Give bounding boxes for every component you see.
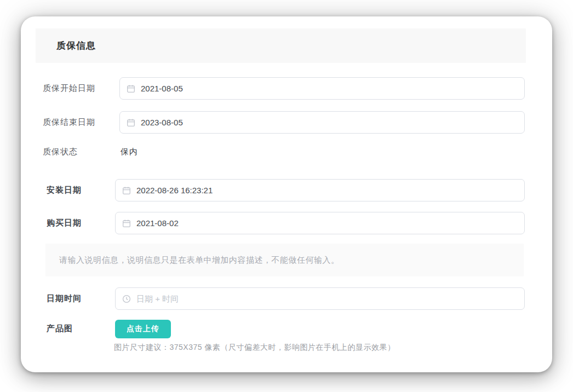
datetime-value[interactable] (136, 294, 518, 303)
section-title: 质保信息 (56, 39, 96, 52)
warranty-start-date-input[interactable] (119, 77, 525, 100)
section-header: 质保信息 (36, 28, 526, 63)
install-date-value[interactable] (136, 186, 518, 195)
upload-button-label: 点击上传 (127, 324, 159, 334)
purchase-date-input[interactable] (115, 212, 525, 234)
warranty-start-date-value[interactable] (141, 84, 518, 93)
upload-hint-text: 图片尺寸建议：375X375 像素（尺寸偏差大时，影响图片在手机上的显示效果） (114, 343, 395, 353)
form-note-text: 请输入说明信息，说明信息只是在表单中增加内容描述，不能做任何输入。 (59, 255, 340, 266)
warranty-start-label: 质保开始日期 (43, 77, 95, 100)
clock-icon (122, 295, 131, 303)
calendar-icon (127, 118, 135, 127)
warranty-info-card: 质保信息 质保开始日期 质保结束日期 (21, 16, 552, 372)
datetime-input[interactable] (115, 287, 525, 310)
upload-button[interactable]: 点击上传 (115, 320, 171, 338)
warranty-status-value: 保内 (121, 147, 138, 158)
warranty-end-date-input[interactable] (119, 111, 525, 134)
purchase-date-value[interactable] (136, 218, 518, 228)
install-date-input[interactable] (115, 179, 525, 201)
calendar-icon (127, 84, 135, 93)
calendar-icon (122, 219, 131, 228)
warranty-status-label: 质保状态 (43, 147, 78, 158)
purchase-date-label: 购买日期 (47, 212, 82, 234)
calendar-icon (122, 186, 131, 195)
page: 质保信息 质保开始日期 质保结束日期 (0, 0, 573, 392)
form-note-bar: 请输入说明信息，说明信息只是在表单中增加内容描述，不能做任何输入。 (45, 244, 524, 276)
install-date-label: 安装日期 (47, 179, 82, 201)
warranty-end-label: 质保结束日期 (43, 111, 95, 134)
product-image-label: 产品图 (47, 318, 73, 340)
datetime-label: 日期时间 (47, 287, 82, 310)
warranty-end-date-value[interactable] (141, 118, 518, 127)
